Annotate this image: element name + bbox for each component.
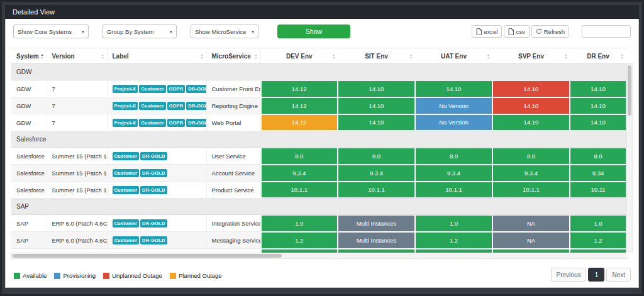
table-row-user-service[interactable]: SalesforceSummer 15 (Patch 10.1)Customer… bbox=[11, 148, 626, 165]
cell-uat-env[interactable]: No Version bbox=[415, 97, 492, 114]
refresh-button[interactable]: Refresh bbox=[531, 25, 569, 38]
excel-export-button[interactable]: excel bbox=[472, 25, 502, 38]
cell-uat-env[interactable]: No Version bbox=[415, 114, 492, 131]
table-row-product-service[interactable]: SalesforceSummer 15 (Patch 10.1)Customer… bbox=[11, 182, 626, 199]
sort-icon: ▲▼ bbox=[201, 53, 204, 59]
next-page-button[interactable]: Next bbox=[606, 268, 631, 282]
cell-dev-env[interactable]: 14.12 bbox=[260, 80, 338, 97]
excel-export-label: excel bbox=[484, 28, 497, 35]
cell-sit-env[interactable]: Multi Instances bbox=[338, 215, 415, 232]
cell-dr-env[interactable]: 14.10 bbox=[570, 114, 626, 131]
csv-export-label: csv bbox=[516, 28, 525, 35]
cell-dev-env[interactable]: 9.3.4 bbox=[260, 165, 338, 182]
env-status-chip: 10.1.1 bbox=[338, 182, 414, 198]
legend-swatch bbox=[170, 273, 176, 279]
cell-dr-env[interactable]: 1.0 bbox=[570, 215, 626, 232]
legend-swatch bbox=[103, 273, 109, 279]
cell-svp-env[interactable]: 9.3.4 bbox=[492, 165, 570, 182]
cell-version: Summer 15 (Patch 10.1) bbox=[47, 182, 107, 199]
previous-page-button[interactable]: Previous bbox=[551, 268, 587, 282]
label-badge-customer: Customer bbox=[139, 102, 166, 110]
cell-svp-env[interactable]: NA bbox=[492, 215, 570, 232]
env-status-chip: 14.10 bbox=[570, 81, 626, 97]
label-badge-project-x: Project-X bbox=[113, 85, 138, 93]
table-row-account-service[interactable]: SalesforceSummer 15 (Patch 10.1)Customer… bbox=[11, 165, 626, 182]
group-row-gdw[interactable]: GDW bbox=[11, 64, 626, 80]
cell-microservice: Customer Front End bbox=[206, 80, 260, 97]
cell-sit-env[interactable]: 9.3.4 bbox=[338, 165, 415, 182]
cell-sit-env[interactable]: 10.1.1 bbox=[338, 182, 415, 199]
cell-dev-env[interactable]: 14.12 bbox=[260, 97, 338, 114]
cell-uat-env[interactable]: 1.0 bbox=[415, 215, 492, 232]
cell-sit-env[interactable]: Multi Instances bbox=[338, 232, 415, 249]
cell-sit-env[interactable]: 14.10 bbox=[338, 97, 415, 114]
cell-uat-env[interactable]: 10.1.1 bbox=[415, 182, 492, 199]
cell-dr-env[interactable]: 14.10 bbox=[570, 80, 626, 97]
env-status-chip: 8.0 bbox=[262, 148, 338, 164]
horizontal-scrollbar[interactable] bbox=[11, 253, 626, 259]
column-header-sit-env[interactable]: SIT Env▲▼ bbox=[338, 48, 415, 64]
cell-sit-env[interactable]: 14.10 bbox=[338, 114, 415, 131]
cell-dr-env[interactable]: 8.0 bbox=[570, 148, 626, 165]
column-header-dr-env[interactable]: DR Env▲▼ bbox=[570, 48, 626, 64]
page-1-button[interactable]: 1 bbox=[588, 268, 604, 282]
cell-labels: CustomerDR-GOLD bbox=[107, 148, 206, 165]
cell-dev-env[interactable]: 8.0 bbox=[260, 148, 338, 165]
microservice-select[interactable]: Show MicroService ▾ bbox=[191, 25, 258, 38]
cell-dr-env[interactable]: 14.10 bbox=[570, 97, 626, 114]
table-row-messaging-service[interactable]: SAPERP 6.0 (Patch 4.6C)CustomerDR-GOLDMe… bbox=[11, 232, 626, 249]
cell-dr-env[interactable]: 1.2 bbox=[570, 232, 626, 249]
column-header-dev-env[interactable]: DEV Env▲▼ bbox=[260, 48, 338, 64]
cell-svp-env[interactable]: 14.10 bbox=[492, 80, 570, 97]
table-body: GDWGDW7Project-XCustomerGDPRDR-GOLDCusto… bbox=[11, 64, 626, 253]
table-row-web-portal[interactable]: GDW7Project-XCustomerGDPRDR-GOLDWeb Port… bbox=[11, 114, 626, 131]
column-label: Version bbox=[52, 53, 75, 60]
cell-uat-env[interactable]: 14.10 bbox=[415, 80, 492, 97]
env-status-chip: 9.3.4 bbox=[338, 165, 414, 181]
group-row-salesforce[interactable]: Salesforce bbox=[11, 131, 626, 148]
cell-svp-env[interactable]: 14.10 bbox=[492, 97, 570, 114]
vertical-scrollbar[interactable] bbox=[626, 63, 633, 252]
cell-svp-env[interactable]: NA bbox=[492, 232, 570, 249]
cell-svp-env[interactable]: 10.1.1 bbox=[492, 182, 570, 199]
env-status-chip: 9.34 bbox=[570, 165, 626, 181]
group-row-sap[interactable]: SAP bbox=[11, 199, 626, 215]
cell-dev-env[interactable]: 1.0 bbox=[260, 215, 338, 232]
cell-uat-env[interactable]: 8.0 bbox=[415, 148, 492, 165]
show-button[interactable]: Show bbox=[277, 25, 350, 38]
cell-uat-env[interactable]: 1.2 bbox=[415, 232, 492, 249]
horizontal-scrollbar-thumb[interactable] bbox=[13, 254, 282, 258]
env-status-chip: 14.10 bbox=[416, 81, 492, 97]
vertical-scrollbar-thumb[interactable] bbox=[628, 65, 631, 116]
search-input[interactable] bbox=[582, 25, 631, 38]
column-header-system[interactable]: System▲▼ bbox=[11, 48, 47, 64]
legend-label: Unplanned Outage bbox=[112, 272, 162, 279]
label-badge-dr-gold: DR-GOLD bbox=[186, 85, 206, 93]
column-header-uat-env[interactable]: UAT Env▲▼ bbox=[415, 48, 492, 64]
cell-dev-env[interactable]: 1.2 bbox=[260, 232, 338, 249]
cell-sit-env[interactable]: 8.0 bbox=[338, 148, 415, 165]
label-badge-gdpr: GDPR bbox=[167, 102, 185, 110]
cell-dr-env[interactable]: 10.11 bbox=[570, 182, 626, 199]
env-status-chip: No Version bbox=[416, 115, 492, 131]
label-badge-dr-gold: DR-GOLD bbox=[186, 119, 206, 127]
cell-version: 7 bbox=[47, 80, 107, 97]
csv-export-button[interactable]: csv bbox=[504, 25, 529, 38]
cell-dr-env[interactable]: 9.34 bbox=[570, 165, 626, 182]
column-header-version[interactable]: Version▲▼ bbox=[47, 48, 107, 64]
table-row-reporting-engine[interactable]: GDW7Project-XCustomerGDPRDR-GOLDReportin… bbox=[11, 97, 626, 114]
cell-dev-env[interactable]: 10.1.1 bbox=[260, 182, 338, 199]
cell-svp-env[interactable]: 8.0 bbox=[492, 148, 570, 165]
legend-item-available: Available bbox=[14, 272, 47, 279]
column-header-svp-env[interactable]: SVP Env▲▼ bbox=[492, 48, 570, 64]
core-systems-select[interactable]: Show Core Systems ▾ bbox=[13, 25, 89, 38]
table-row-customer-front-end[interactable]: GDW7Project-XCustomerGDPRDR-GOLDCustomer… bbox=[11, 80, 626, 97]
cell-sit-env[interactable]: 14.10 bbox=[338, 80, 415, 97]
column-header-microservice[interactable]: MicroService▲▼ bbox=[206, 48, 260, 64]
cell-dev-env[interactable]: 14.12 bbox=[260, 114, 338, 131]
column-header-label[interactable]: Label▲▼ bbox=[107, 48, 206, 64]
cell-uat-env[interactable]: 9.3.4 bbox=[415, 165, 492, 182]
table-row-integration-service[interactable]: SAPERP 6.0 (Patch 4.6C)CustomerDR-GOLDIn… bbox=[11, 215, 626, 232]
group-by-select[interactable]: Group By System ▾ bbox=[103, 25, 177, 38]
cell-svp-env[interactable]: 14.10 bbox=[492, 114, 570, 131]
